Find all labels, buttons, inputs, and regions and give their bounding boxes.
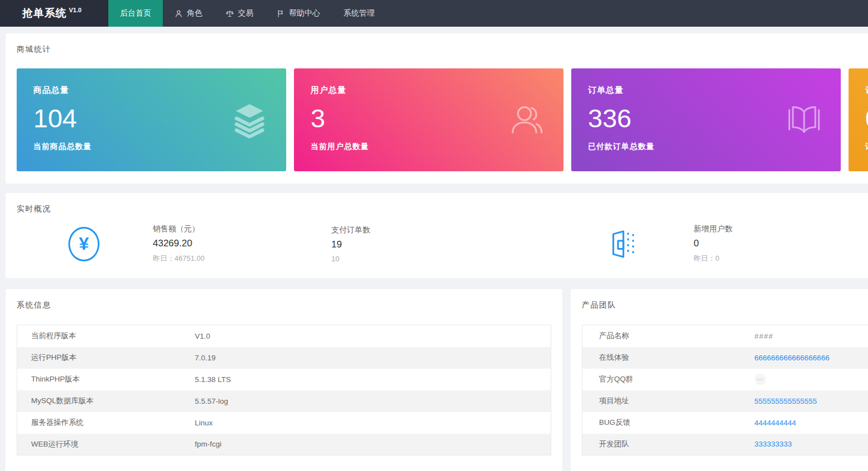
nav-item-trade[interactable]: 交易 [214,0,265,27]
layers-icon [231,101,268,139]
app-title: 抢单系统 [22,6,67,21]
row-value: 5.1.38 LTS [189,369,551,390]
stat-card-label: 当前商品总数量 [33,142,270,152]
row-value: fpm-fcgi [189,434,551,455]
metric-sub: 10 [331,255,370,263]
stat-card-orders: 订单总量 336 已付款订单总数量 [571,68,841,171]
dev-team-link[interactable]: 333333333 [755,440,792,448]
table-row: BUG反馈 4444444444 [582,412,868,434]
app-version: V1.0 [69,7,82,13]
table-row: WEB运行环境 fpm-fcgi [17,434,551,455]
row-value: V1.0 [189,325,551,347]
system-info-table: 当前程序版本 V1.0 运行PHP版本 7.0.19 ThinkPHP版本 5.… [17,325,551,455]
table-row: 当前程序版本 V1.0 [17,325,551,347]
row-label: 官方QQ群 [582,369,749,390]
row-value: Linux [189,412,551,434]
nav-menu: 后台首页 角色 交易 帮 [108,0,386,27]
row-label: ThinkPHP版本 [17,369,189,390]
nav-item-label: 后台首页 [120,8,151,18]
stat-card-products: 商品总量 104 当前商品总数量 [17,68,286,171]
yen-circle-icon: ¥ [68,227,99,261]
nav-item-label: 帮助中心 [289,8,320,18]
users-icon [508,101,546,139]
nav-item-label: 系统管理 [343,8,375,18]
table-row: 服务器操作系统 Linux [17,412,551,434]
stat-cards-row: 商品总量 104 当前商品总数量 用户总量 3 当前用户总数量 [17,68,868,171]
metric-sub: 昨日：46751.00 [153,254,204,264]
product-team-table: 产品名称 #### 在线体验 666666666666666666 官方QQ群 … [582,325,868,455]
row-label: 运行PHP版本 [17,347,189,369]
nav-item-help-center[interactable]: 帮助中心 [265,0,332,27]
broken-image-placeholder-icon: 404 [755,374,766,385]
stat-card-label: 已付款订单总数量 [588,142,824,152]
stat-card-reviews: 评价总量 0 订单评价总数量 [849,68,868,171]
section-title-realtime: 实时概况 [17,203,868,214]
metric-sub: 昨日：0 [694,254,732,264]
system-info-panel: 系统信息 当前程序版本 V1.0 运行PHP版本 7.0.19 ThinkPHP… [6,289,562,471]
stat-card-label: 当前用户总数量 [311,142,547,152]
metric-paid-orders: 支付订单数 19 10 [331,225,370,263]
product-team-panel: 产品团队 产品名称 #### 在线体验 666666666666666666 官… [571,289,868,471]
metric-value: 0 [694,238,732,249]
bug-feedback-link[interactable]: 4444444444 [755,419,796,427]
stat-card-title: 订单总量 [588,85,824,96]
stat-card-title: 用户总量 [311,85,547,96]
metric-label: 销售额（元） [153,224,204,234]
section-title-shop-stats: 商城统计 [17,43,868,54]
metric-label: 新增用户数 [694,224,732,234]
metric-value: 19 [331,239,370,250]
metric-label: 支付订单数 [331,225,370,235]
metric-new-users: 新增用户数 0 昨日：0 [694,224,732,264]
nav-item-label: 角色 [187,8,202,18]
product-name-value: #### [755,332,774,340]
book-icon [785,101,823,139]
app-logo: 抢单系统 V1.0 [0,0,108,27]
project-address-link[interactable]: 555555555555555 [755,397,817,405]
row-label: 项目地址 [582,390,749,412]
stat-card-users: 用户总量 3 当前用户总数量 [294,68,563,171]
main-content: 商城统计 商品总量 104 当前商品总数量 用户总量 3 当前用 [0,27,868,471]
row-label: MySQL数据库版本 [17,390,189,412]
stat-card-title: 商品总量 [33,85,270,96]
table-row: ThinkPHP版本 5.1.38 LTS [17,369,551,390]
table-row: 在线体验 666666666666666666 [582,347,868,369]
nav-item-roles[interactable]: 角色 [163,0,214,27]
stat-card-title: 评价总量 [865,85,868,96]
table-row: 产品名称 #### [582,325,868,347]
metric-value: 43269.20 [153,238,204,249]
metrics-row: ¥ 销售额（元） 43269.20 昨日：46751.00 支付订单数 19 1… [17,224,868,264]
shop-stats-panel: 商城统计 商品总量 104 当前商品总数量 用户总量 3 当前用 [6,33,868,184]
table-row: 运行PHP版本 7.0.19 [17,347,551,369]
row-label: BUG反馈 [582,412,749,434]
top-navbar: 抢单系统 V1.0 后台首页 角色 交易 [0,0,868,27]
section-title-product-team: 产品团队 [582,299,868,310]
row-label: WEB运行环境 [17,434,189,455]
row-label: 服务器操作系统 [17,412,189,434]
metric-sales: 销售额（元） 43269.20 昨日：46751.00 [153,224,204,264]
row-label: 在线体验 [582,347,749,369]
row-label: 开发团队 [582,434,749,455]
bottom-panels-row: 系统信息 当前程序版本 V1.0 运行PHP版本 7.0.19 ThinkPHP… [6,289,868,471]
table-row: 开发团队 333333333 [582,434,868,455]
row-label: 产品名称 [582,325,749,347]
flag-icon [277,9,285,18]
nav-item-dashboard[interactable]: 后台首页 [108,0,163,27]
section-title-system-info: 系统信息 [17,299,551,310]
stat-card-label: 订单评价总数量 [865,142,868,152]
scales-icon [226,9,234,18]
row-label: 当前程序版本 [17,325,189,347]
online-demo-link[interactable]: 666666666666666666 [755,354,830,362]
nav-item-system-admin[interactable]: 系统管理 [332,0,386,27]
table-row: MySQL数据库版本 5.5.57-log [17,390,551,412]
door-panel-icon [608,228,640,260]
realtime-overview-panel: 实时概况 ¥ 销售额（元） 43269.20 昨日：46751.00 支付订单数… [6,193,868,278]
stat-card-value: 0 [865,104,868,133]
nav-item-label: 交易 [238,8,253,18]
table-row: 官方QQ群 404 [582,369,868,390]
row-value: 5.5.57-log [189,390,551,412]
table-row: 项目地址 555555555555555 [582,390,868,412]
person-icon [174,9,183,18]
row-value: 7.0.19 [189,347,551,369]
